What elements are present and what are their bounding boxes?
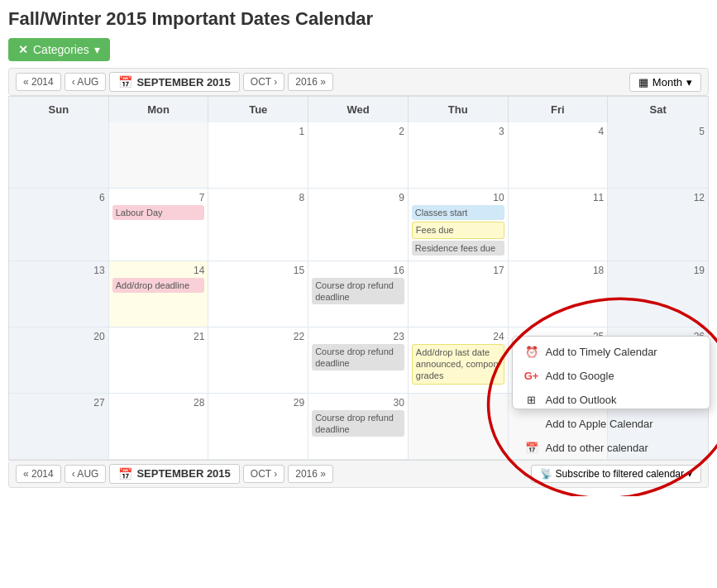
table-row: 4: [509, 122, 609, 189]
day-number: 27: [12, 397, 105, 409]
subscribe-dropdown-icon: ▾: [687, 468, 692, 480]
next-year-btn[interactable]: 2016 »: [288, 73, 333, 91]
day-number: 17: [412, 265, 504, 276]
add-timely-label: Add to Timely Calendar: [546, 346, 657, 358]
day-number: 23: [312, 331, 404, 342]
day-number: 1: [212, 126, 304, 137]
bottom-nav-bar: « 2014 ‹ AUG 📅 SEPTEMBER 2015 OCT › 2016…: [8, 461, 709, 488]
list-item[interactable]: Labour Day: [112, 205, 205, 220]
day-number: 29: [212, 397, 304, 409]
add-outlook-btn[interactable]: ⊞ Add to Outlook: [513, 388, 710, 412]
add-other-btn[interactable]: 📅 Add to other calendar: [513, 436, 710, 460]
bottom-current-month-label: SEPTEMBER 2015: [136, 467, 230, 480]
page-title: Fall/Winter 2015 Important Dates Calenda…: [8, 8, 709, 30]
bottom-prev-month-btn[interactable]: ‹ AUG: [65, 465, 107, 483]
list-item[interactable]: Add/drop deadline: [112, 278, 205, 293]
day-number: 5: [611, 126, 705, 137]
list-item[interactable]: Fees due: [412, 222, 504, 238]
table-row: [109, 122, 209, 189]
table-row: 30 Course drop refund deadline: [308, 394, 409, 460]
categories-button[interactable]: ✕ Categories ▾: [8, 38, 110, 61]
day-number: 3: [412, 126, 504, 137]
day-number: 15: [212, 265, 304, 276]
month-view-label: Month: [652, 76, 682, 88]
day-number: 9: [312, 192, 404, 203]
context-menu: ⏰ Add to Timely Calendar G+ Add to Googl…: [512, 336, 710, 409]
add-google-label: Add to Google: [546, 370, 614, 382]
table-row: 12: [608, 189, 708, 261]
list-item[interactable]: Course drop refund deadline: [312, 278, 404, 305]
table-row: 19: [608, 261, 708, 327]
outlook-icon: ⊞: [524, 394, 539, 406]
day-number: 16: [312, 265, 404, 276]
subscribe-button[interactable]: 📡 Subscribe to filtered calendar ▾: [531, 465, 701, 483]
table-row: 7 Labour Day: [109, 189, 209, 261]
day-number: 18: [512, 265, 605, 276]
header-fri: Fri: [509, 97, 609, 122]
table-row: 21: [109, 327, 209, 394]
day-number: 7: [112, 192, 205, 203]
bottom-next-month-btn[interactable]: OCT ›: [243, 465, 284, 483]
next-month-btn[interactable]: OCT ›: [243, 73, 284, 91]
list-item[interactable]: Add/drop last date announced, compon gra…: [412, 344, 504, 385]
table-row: [9, 122, 109, 189]
add-apple-btn[interactable]: Add to Apple Calendar: [513, 412, 710, 436]
list-item[interactable]: Residence fees due: [412, 241, 504, 256]
google-icon: G+: [524, 370, 539, 382]
day-number: 10: [412, 192, 504, 203]
day-number: 20: [12, 331, 105, 342]
day-number: 22: [212, 331, 304, 342]
table-row: 20: [9, 327, 109, 394]
day-number: 12: [611, 192, 705, 203]
calendar-icon: 📅: [118, 75, 132, 88]
nav-left: « 2014 ‹ AUG 📅 SEPTEMBER 2015 OCT › 2016…: [16, 72, 333, 92]
header-wed: Wed: [308, 97, 409, 122]
bottom-current-month-display: 📅 SEPTEMBER 2015: [109, 464, 239, 484]
list-item[interactable]: Classes start: [412, 205, 504, 220]
prev-year-btn[interactable]: « 2014: [16, 73, 61, 91]
table-row: 16 Course drop refund deadline: [308, 261, 409, 327]
list-item[interactable]: Course drop refund deadline: [312, 410, 404, 437]
add-apple-label: Add to Apple Calendar: [546, 418, 653, 430]
table-row: 11: [509, 189, 609, 261]
header-sun: Sun: [9, 97, 109, 122]
header-thu: Thu: [409, 97, 509, 122]
table-row: 2: [308, 122, 409, 189]
table-row: 8: [208, 189, 308, 261]
day-number: 21: [112, 331, 205, 342]
table-row: 5: [608, 122, 708, 189]
day-number: 2: [312, 126, 404, 137]
month-view-btn[interactable]: ▦ Month ▾: [629, 73, 701, 92]
table-row: 15: [208, 261, 308, 327]
header-tue: Tue: [208, 97, 308, 122]
table-row: 14 Add/drop deadline: [109, 261, 209, 327]
bottom-next-year-btn[interactable]: 2016 »: [288, 465, 333, 483]
day-number: 30: [312, 397, 404, 409]
categories-label: Categories: [33, 43, 89, 56]
grid-icon: ▦: [638, 76, 648, 88]
day-number: 19: [611, 265, 705, 276]
calendar: Sun Mon Tue Wed Thu Fri Sat 1 2 3 4 5 6: [8, 96, 709, 461]
prev-month-btn[interactable]: ‹ AUG: [65, 73, 107, 91]
current-month-display: 📅 SEPTEMBER 2015: [109, 72, 239, 92]
day-number: 13: [12, 265, 105, 276]
table-row: 13: [9, 261, 109, 327]
day-number: 14: [112, 265, 205, 276]
day-number: 11: [512, 192, 605, 203]
other-cal-icon: 📅: [524, 442, 539, 454]
calendar-grid: 1 2 3 4 5 6 7 Labour Day 8 9 10 Classe: [9, 122, 708, 460]
table-row: [409, 394, 509, 460]
bottom-prev-year-btn[interactable]: « 2014: [16, 465, 61, 483]
dropdown-icon: ▾: [686, 76, 692, 88]
list-item[interactable]: Course drop refund deadline: [312, 344, 404, 371]
add-other-label: Add to other calendar: [546, 442, 648, 454]
add-timely-btn[interactable]: ⏰ Add to Timely Calendar: [513, 340, 710, 364]
add-google-btn[interactable]: G+ Add to Google: [513, 364, 710, 388]
table-row: 1: [208, 122, 308, 189]
bottom-nav-left: « 2014 ‹ AUG 📅 SEPTEMBER 2015 OCT › 2016…: [16, 464, 333, 484]
add-outlook-label: Add to Outlook: [546, 394, 617, 406]
day-number: 8: [212, 192, 304, 203]
table-row: 6: [9, 189, 109, 261]
day-number: 28: [112, 397, 205, 409]
calendar-header: Sun Mon Tue Wed Thu Fri Sat: [9, 97, 708, 122]
